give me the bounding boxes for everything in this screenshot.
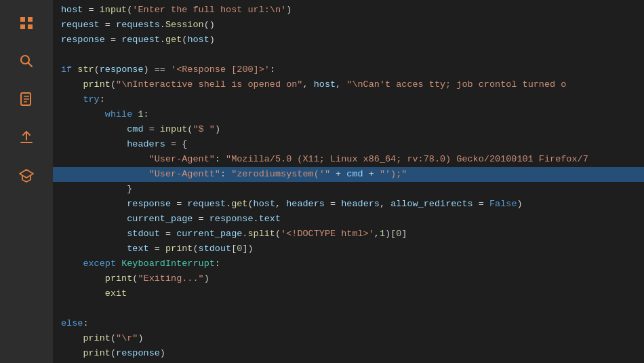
code-line: response = request.get(host) [53, 33, 644, 47]
graduation-icon[interactable] [10, 159, 43, 191]
code-line: host = input('Enter the full host url:\n… [53, 3, 644, 18]
svg-rect-0 [20, 17, 25, 22]
code-line: cmd = input("$ ") [53, 122, 644, 137]
code-line: print("\r") [53, 331, 644, 346]
code-line: } [53, 182, 644, 197]
svg-rect-2 [20, 24, 25, 29]
book-icon[interactable] [10, 83, 43, 115]
code-line: except KeyboardInterrupt: [53, 256, 644, 271]
code-line-highlighted: "User-Agentt": "zerodiumsystem('" + cmd … [53, 167, 644, 182]
code-line: print(response) [53, 346, 644, 361]
upload-icon[interactable] [10, 121, 43, 153]
code-line: print("\nInteractive shell is opened on"… [53, 77, 644, 92]
svg-line-5 [28, 63, 33, 67]
svg-marker-11 [20, 170, 33, 178]
code-line: while 1: [53, 107, 644, 122]
code-line: print("Exiting...") [53, 271, 644, 286]
layers-icon[interactable] [10, 7, 43, 39]
code-line: exit [53, 286, 644, 301]
code-line: current_page = response.text [53, 212, 644, 227]
code-line: if str(response) == '<Response [200]>': [53, 62, 644, 77]
search-icon[interactable] [10, 45, 43, 77]
sidebar [0, 0, 53, 363]
code-line: response = request.get(host, headers = h… [53, 197, 644, 212]
svg-rect-1 [28, 17, 33, 22]
svg-rect-3 [28, 24, 33, 29]
code-line [53, 301, 644, 316]
code-line: text = print(stdout[0]) [53, 242, 644, 256]
code-editor: host = input('Enter the full host url:\n… [53, 0, 644, 363]
code-line: try: [53, 92, 644, 107]
code-line [53, 47, 644, 62]
code-line: request = requests.Session() [53, 18, 644, 33]
code-line: "User-Agent": "Mozilla/5.0 (X11; Linux x… [53, 152, 644, 167]
code-line: headers = { [53, 137, 644, 152]
code-line: stdout = current_page.split('<!DOCTYPE h… [53, 227, 644, 242]
code-line: else: [53, 316, 644, 331]
